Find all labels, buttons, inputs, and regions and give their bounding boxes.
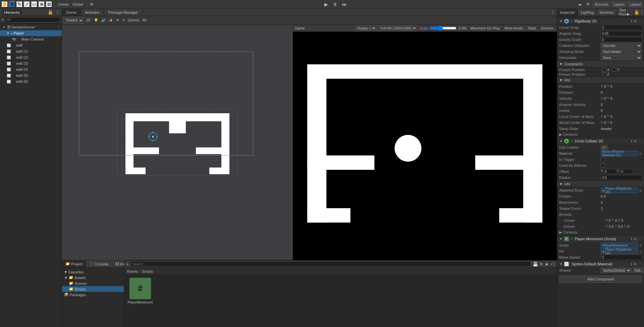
hierarchy-wall1-item[interactable]: ⬜ wall (1)	[0, 48, 62, 54]
pause-button[interactable]: ⏸	[331, 2, 339, 7]
collider-material-ref[interactable]: None (Physics Material 2D)	[601, 151, 638, 156]
collab-btn[interactable]: ☁	[577, 1, 583, 7]
packages-item[interactable]: 📦 Packages	[62, 292, 124, 298]
project-refresh-btn[interactable]: ↻	[540, 262, 543, 267]
scene-hidden-btn[interactable]: 👁	[115, 18, 120, 22]
material-header[interactable]: ▼ Sprites-Default (Material) ℹ ⚙ ⋮	[557, 260, 644, 267]
inspector-lock-btn[interactable]: 🔓	[634, 10, 640, 15]
hierarchy-wall2-item[interactable]: ⬜ wall (2)	[0, 54, 62, 60]
rigidbody-header[interactable]: ▼ R ✓ Rigidbody 2D ℹ ⚙ ⋮	[557, 17, 644, 24]
hierarchy-wall4-item[interactable]: ⬜ wall (4)	[0, 66, 62, 72]
freeze-x-checkbox[interactable]	[602, 68, 606, 72]
favorites-item[interactable]: ★ Favorites	[62, 269, 124, 275]
inspector-menu-btn[interactable]: ⋮	[640, 10, 644, 15]
tab-scene[interactable]: Scene	[62, 9, 81, 16]
rect-tool[interactable]: ▭	[31, 1, 38, 8]
hierarchy-wall6-item[interactable]: ⬜ wall (6)	[0, 78, 62, 84]
game-gizmos-btn[interactable]: Gizmos	[540, 25, 555, 31]
interpolate-select[interactable]: None	[601, 55, 642, 60]
scene-audio-btn[interactable]: 🔊	[100, 18, 106, 22]
hierarchy-wall3-item[interactable]: ⬜ wall (3)	[0, 60, 62, 66]
rb-info-header[interactable]: ▼ Info	[557, 77, 644, 83]
linear-drag-input[interactable]	[601, 25, 642, 30]
hierarchy-camera-item[interactable]: 📷 Main Camera	[0, 36, 62, 42]
collision-detection-select[interactable]: Discrete	[601, 43, 642, 48]
radius-input[interactable]	[601, 175, 642, 180]
project-search-input[interactable]	[131, 261, 531, 267]
tab-animator[interactable]: Animator	[81, 9, 104, 16]
project-save-btn[interactable]: 💾	[533, 262, 538, 267]
hierarchy-add-btn[interactable]: +	[1, 17, 4, 22]
dimension-btn[interactable]: 2D	[85, 18, 92, 22]
assets-item[interactable]: ▼ 📁 Assets	[62, 275, 124, 280]
breadcrumb-scripts[interactable]: Scripts	[142, 269, 153, 273]
offset-y-input[interactable]	[620, 169, 632, 174]
maximize-on-play-btn[interactable]: Maximize On Play	[469, 25, 501, 31]
shader-select[interactable]: Sprites/Default	[601, 268, 632, 273]
layers-dropdown[interactable]: Layers	[612, 2, 626, 7]
tab-lighting[interactable]: Lighting	[578, 9, 597, 16]
collider-menu-btn[interactable]: ⋮	[638, 139, 642, 143]
hierarchy-wall5-item[interactable]: ⬜ wall (5)	[0, 72, 62, 78]
tab-inspector[interactable]: Inspector	[557, 9, 578, 16]
script-header[interactable]: ▼ # ✓ Player Movement (Script) ℹ ⚙ ⋮	[557, 235, 644, 242]
scene-view[interactable]	[62, 25, 293, 260]
shader-edit-btn[interactable]: Edit...	[633, 268, 644, 273]
services-btn[interactable]: ⚙	[585, 1, 591, 7]
angular-drag-input[interactable]	[601, 31, 642, 36]
asset-player-movement[interactable]: # PlayerMovement	[127, 278, 154, 304]
transform-tool[interactable]: ⊕	[38, 1, 45, 8]
hand-tool[interactable]: ✋	[1, 1, 8, 8]
tab-project[interactable]: 📁 Project	[62, 260, 86, 267]
collider-header[interactable]: ▼ ● ✓ Circle Collider 2D ℹ ⚙ ⋮	[557, 137, 644, 144]
scale-slider[interactable]	[430, 25, 457, 31]
move-speed-input[interactable]	[601, 255, 642, 260]
grid-snap-btn[interactable]: ⊞	[89, 1, 95, 7]
scene-grid-btn[interactable]: #	[122, 18, 126, 22]
edit-collider-btn[interactable]: ✏	[601, 145, 608, 150]
project-add-btn[interactable]: +	[126, 262, 129, 267]
display-select[interactable]: Display 1	[355, 25, 377, 31]
scene-menu-icon[interactable]: ⋮	[57, 25, 62, 29]
breadcrumb-assets[interactable]: Assets	[127, 269, 138, 273]
pivot-center-btn[interactable]: Center	[57, 2, 70, 7]
stats-btn[interactable]: Stats	[527, 25, 538, 31]
gravity-scale-input[interactable]	[601, 37, 642, 42]
freeze-z-checkbox[interactable]: ✓	[602, 72, 606, 76]
rigidbody-menu-btn[interactable]: ⋮	[638, 19, 642, 23]
add-component-btn[interactable]: Add Component	[559, 275, 642, 283]
collider-material-picker[interactable]: ⊙	[639, 152, 642, 155]
rigidbody-info-btn[interactable]: ℹ	[631, 19, 632, 23]
hierarchy-scene-item[interactable]: ▼ 🎬 SampleScene* ⋮	[0, 24, 62, 30]
scene-fx-btn[interactable]: ✨	[108, 18, 114, 22]
resolution-select[interactable]: Full HD (1920x1080)	[379, 25, 417, 31]
script-info-btn[interactable]: ℹ	[631, 237, 632, 241]
shading-dropdown[interactable]: Shaded	[63, 17, 84, 23]
project-favorite-btn[interactable]: ★	[545, 262, 549, 267]
rotate-tool[interactable]: ↻	[16, 1, 23, 8]
hierarchy-wall-item[interactable]: ⬜ wall	[0, 42, 62, 48]
account-dropdown[interactable]: Account	[593, 2, 610, 7]
step-button[interactable]: ⏭	[341, 2, 348, 7]
rb-ref[interactable]: ● Player (Rigidbody 2D)	[601, 249, 638, 254]
is-trigger-checkbox[interactable]	[601, 157, 605, 161]
gizmos-btn[interactable]: Gizmos	[127, 18, 140, 22]
constraints-header[interactable]: ▼ Constraints	[557, 61, 644, 67]
tab-services[interactable]: Services	[597, 9, 616, 16]
collider-info-btn[interactable]: ℹ	[631, 139, 632, 143]
material-menu-btn[interactable]: ⋮	[638, 262, 642, 266]
freeze-y-checkbox[interactable]	[612, 68, 616, 72]
scenes-item[interactable]: 📁 Scenes	[62, 280, 124, 286]
collider-settings-btn[interactable]: ⚙	[634, 139, 637, 143]
tab-console[interactable]: ⬛ Console	[86, 260, 112, 267]
rb-contacts-header[interactable]: ▶ Contacts	[557, 132, 644, 137]
used-by-effector-checkbox[interactable]	[601, 164, 605, 168]
hierarchy-search-input[interactable]	[5, 17, 60, 22]
scene-light-btn[interactable]: 💡	[93, 18, 99, 22]
play-button[interactable]: ▶	[323, 2, 329, 7]
scene-panel-menu[interactable]: ⋮	[550, 10, 555, 15]
rb-picker[interactable]: ⊙	[639, 250, 642, 253]
script-menu-btn[interactable]: ⋮	[638, 237, 642, 241]
hierarchy-menu-btn[interactable]: ⋮	[55, 10, 60, 15]
scale-tool[interactable]: ⤢	[23, 1, 30, 8]
